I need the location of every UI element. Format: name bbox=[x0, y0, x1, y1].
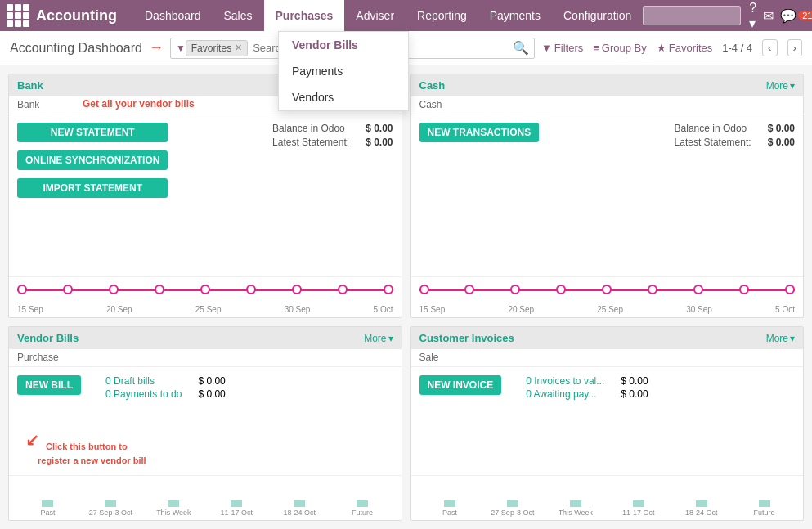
inv-bar-18oct-bar bbox=[696, 500, 707, 507]
nav-reporting[interactable]: Reporting bbox=[406, 0, 478, 31]
favorites-button[interactable]: ★ Favorites bbox=[657, 42, 712, 54]
filters-button[interactable]: ▼ Filters bbox=[541, 42, 583, 54]
timeline-dot-7 bbox=[292, 285, 302, 294]
page-count: 1-4 / 4 bbox=[722, 42, 752, 54]
vendor-bills-more-button[interactable]: More ▾ bbox=[364, 333, 393, 344]
bank-card-body: Get all your vendor bills NEW STATEMENT … bbox=[9, 114, 402, 276]
nav-search-input[interactable] bbox=[643, 6, 741, 25]
timeline-dot-9 bbox=[384, 285, 393, 294]
purchases-dropdown: Vendor Bills Payments Vendors bbox=[278, 31, 409, 111]
bank-buttons: NEW STATEMENT ONLINE SYNCHRONIZATION IMP… bbox=[17, 123, 168, 203]
cash-dot-7 bbox=[693, 285, 703, 294]
next-page-button[interactable]: › bbox=[787, 39, 802, 56]
cash-balance: Balance in Odoo $ 0.00 Latest Statement:… bbox=[675, 123, 795, 150]
bank-timeline: 15 Sep 20 Sep 25 Sep 30 Sep 5 Oct bbox=[9, 276, 402, 317]
vendor-bills-title: Vendor Bills bbox=[17, 332, 79, 344]
filter-label: Favorites bbox=[191, 43, 231, 54]
inv-bar-18oct: 18-24 Oct bbox=[671, 500, 732, 517]
app-grid-icon[interactable] bbox=[7, 4, 29, 27]
nav-icons: ? ▾ ✉ 💬 21 bbox=[749, 1, 812, 31]
cash-dot-3 bbox=[510, 285, 520, 294]
payments-todo-link[interactable]: 0 Payments to do bbox=[105, 388, 182, 400]
dropdown-payments[interactable]: Payments bbox=[279, 58, 408, 84]
timeline-dot-2 bbox=[63, 285, 73, 294]
bar-18oct-bar bbox=[294, 500, 305, 507]
bar-future: Future bbox=[332, 500, 393, 517]
annotation-arrow: → bbox=[149, 39, 164, 56]
inv-bar-future-bar bbox=[759, 500, 770, 507]
invoice-stats: 0 Invoices to val... $ 0.00 0 Awaiting p… bbox=[526, 375, 648, 401]
new-invoice-button[interactable]: NEW INVOICE bbox=[419, 375, 502, 395]
new-bill-button[interactable]: NEW BILL bbox=[17, 375, 81, 395]
timeline-dot-8 bbox=[338, 285, 348, 294]
awaiting-pay-link[interactable]: 0 Awaiting pay... bbox=[526, 388, 596, 400]
bar-27sep: 27 Sep-3 Oct bbox=[80, 500, 141, 517]
new-bill-annotation: ↙ Click this button toregister a new ven… bbox=[38, 440, 146, 467]
online-sync-button[interactable]: ONLINE SYNCHRONIZATION bbox=[17, 150, 168, 170]
customer-invoices-title: Customer Invoices bbox=[419, 332, 514, 344]
chat-count: 21 bbox=[798, 11, 812, 20]
cash-dot-8 bbox=[739, 285, 749, 294]
inv-bar-27sep: 27 Sep-3 Oct bbox=[482, 500, 543, 517]
filter-close-icon[interactable]: ✕ bbox=[235, 43, 242, 53]
import-statement-button[interactable]: IMPORT STATEMENT bbox=[17, 178, 168, 198]
bar-thisweek: This Week bbox=[143, 500, 204, 517]
toolbar-actions: ▼ Filters ≡ Group By ★ Favorites 1-4 / 4… bbox=[541, 39, 802, 56]
inv-bar-11oct: 11-17 Oct bbox=[608, 500, 669, 517]
nav-purchases[interactable]: Purchases bbox=[264, 0, 345, 31]
bank-timeline-labels: 15 Sep 20 Sep 25 Sep 30 Sep 5 Oct bbox=[17, 305, 393, 314]
page-title: Accounting Dashboard bbox=[10, 41, 142, 56]
bar-past-bar bbox=[42, 500, 53, 507]
dropdown-vendor-bills[interactable]: Vendor Bills bbox=[279, 32, 408, 58]
inv-bar-past: Past bbox=[419, 500, 481, 517]
main-content: Bank More ▾ Bank Get all your vendor bil… bbox=[0, 65, 812, 529]
draft-bills-link[interactable]: 0 Draft bills bbox=[105, 375, 155, 387]
invoices-val-link[interactable]: 0 Invoices to val... bbox=[526, 375, 604, 387]
timeline-dot-3 bbox=[109, 285, 119, 294]
cash-timeline-dots bbox=[419, 285, 796, 294]
new-transactions-button[interactable]: NEW TRANSACTIONS bbox=[419, 123, 540, 142]
inv-bar-future: Future bbox=[733, 500, 795, 517]
cash-timeline: 15 Sep 20 Sep 25 Sep 30 Sep 5 Oct bbox=[411, 276, 804, 317]
nav-sales[interactable]: Sales bbox=[213, 0, 264, 31]
bar-past: Past bbox=[17, 500, 79, 517]
cash-more-button[interactable]: More ▾ bbox=[766, 80, 795, 92]
customer-invoices-more-button[interactable]: More ▾ bbox=[766, 333, 795, 344]
cash-card: Cash More ▾ Cash NEW TRANSACTIONS Balanc… bbox=[410, 74, 805, 318]
mail-icon[interactable]: ✉ bbox=[763, 8, 774, 24]
bar-27sep-bar bbox=[105, 500, 116, 507]
vendor-bills-header: Vendor Bills More ▾ bbox=[9, 327, 402, 349]
cash-dot-2 bbox=[464, 285, 474, 294]
timeline-dot-6 bbox=[246, 285, 256, 294]
nav-payments[interactable]: Payments bbox=[478, 0, 552, 31]
customer-invoices-header: Customer Invoices More ▾ bbox=[411, 327, 804, 349]
new-statement-button[interactable]: NEW STATEMENT bbox=[17, 123, 168, 142]
cash-card-header: Cash More ▾ bbox=[411, 74, 804, 96]
groupby-button[interactable]: ≡ Group By bbox=[593, 42, 647, 54]
cash-buttons: NEW TRANSACTIONS bbox=[419, 123, 540, 150]
app-name: Accounting bbox=[36, 7, 117, 25]
inv-bar-thisweek: This Week bbox=[545, 500, 606, 517]
inv-bar-thisweek-bar bbox=[570, 500, 581, 507]
help-icon[interactable]: ? ▾ bbox=[749, 1, 756, 31]
filter-icon: ▼ bbox=[176, 43, 186, 54]
search-button[interactable]: 🔍 bbox=[513, 40, 529, 56]
nav-dashboard[interactable]: Dashboard bbox=[133, 0, 213, 31]
timeline-dot-5 bbox=[200, 285, 210, 294]
bar-18oct: 18-24 Oct bbox=[269, 500, 330, 517]
nav-configuration[interactable]: Configuration bbox=[552, 0, 643, 31]
cash-subtitle: Cash bbox=[411, 96, 804, 114]
nav-adviser[interactable]: Adviser bbox=[344, 0, 406, 31]
chevron-down-icon: ▾ bbox=[790, 333, 795, 344]
cash-dot-6 bbox=[648, 285, 657, 294]
bar-future-bar bbox=[357, 500, 368, 507]
chat-icon[interactable]: 💬 21 bbox=[780, 8, 812, 24]
cash-dot-1 bbox=[419, 285, 429, 294]
vendor-bills-card: Vendor Bills More ▾ Purchase NEW BILL 0 … bbox=[8, 326, 402, 521]
timeline-dot-4 bbox=[155, 285, 164, 294]
star-icon: ★ bbox=[657, 42, 666, 54]
prev-page-button[interactable]: ‹ bbox=[762, 39, 777, 56]
dropdown-vendors[interactable]: Vendors bbox=[279, 84, 408, 110]
cash-dot-5 bbox=[602, 285, 612, 294]
chevron-down-icon: ▾ bbox=[790, 80, 795, 92]
